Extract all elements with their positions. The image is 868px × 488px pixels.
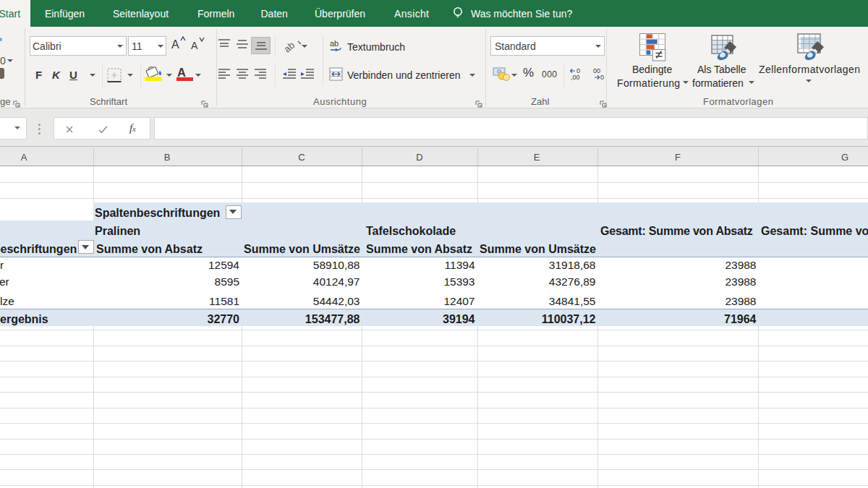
svg-text:ab: ab bbox=[284, 40, 297, 54]
svg-text:ab: ab bbox=[330, 39, 339, 48]
svg-text:,00: ,00 bbox=[571, 74, 580, 81]
svg-text:00: 00 bbox=[593, 67, 600, 74]
svg-text:0: 0 bbox=[600, 74, 604, 81]
